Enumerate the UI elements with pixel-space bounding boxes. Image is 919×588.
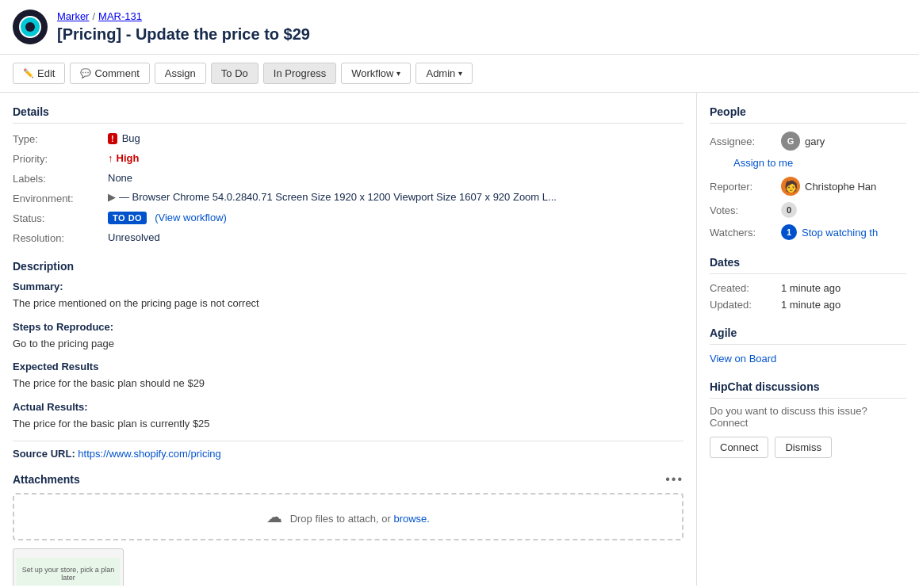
source-subsection: Source URL: https://www.shopify.com/pric… [13,448,684,460]
env-expand-icon[interactable]: ▶ [108,191,116,203]
agile-section: Agile View on Board [710,326,906,365]
page-header: Marker / MAR-131 [Pricing] - Update the … [0,0,919,55]
hipchat-text: Do you want to discuss this issue? Conne… [710,405,906,429]
assign-to-me-link[interactable]: Assign to me [733,157,906,169]
attachments-more-button[interactable]: ••• [665,472,684,487]
priority-text: High [108,152,139,164]
in-progress-button[interactable]: In Progress [263,63,336,84]
votes-value: 0 [781,202,906,218]
actual-text: The price for the basic plan is currentl… [13,416,684,432]
attachments-header: Attachments ••• [13,472,684,487]
status-badge: TO DO [108,212,147,224]
environment-text: — Browser Chrome 54.0.2840.71 Screen Siz… [119,191,557,203]
updated-label: Updated: [710,299,781,311]
type-label: Type: [13,132,108,145]
stop-watching-link[interactable]: Stop watching th [802,227,878,239]
environment-label: Environment: [13,191,108,204]
created-value: 1 minute ago [781,282,906,294]
view-workflow-link[interactable]: (View workflow) [155,212,227,223]
votes-label: Votes: [710,204,781,216]
priority-value: High [108,151,684,165]
source-label: Source URL: [13,448,75,460]
todo-button[interactable]: To Do [211,63,258,84]
hipchat-title: HipChat discussions [710,380,906,399]
people-title: People [710,105,906,124]
right-sidebar: People Assignee: G gary Assign to me Rep… [697,93,919,586]
priority-label: Priority: [13,151,108,165]
status-value: TO DO (View workflow) [108,211,684,224]
actual-subsection: Actual Results: The price for the basic … [13,401,684,432]
details-title: Details [13,105,684,124]
workflow-button[interactable]: Workflow [341,63,411,84]
breadcrumb-project[interactable]: Marker [57,10,89,22]
watchers-row: Watchers: 1 Stop watching th [710,224,906,240]
type-value: ! Bug [108,132,684,145]
description-section: Description Summary: The price mentioned… [13,260,684,460]
drop-text: Drop files to attach, or [290,513,394,525]
actual-label: Actual Results: [13,401,684,413]
assignee-avatar: G [781,132,800,151]
upload-icon: ☁ [266,508,282,525]
breadcrumb-issue-id[interactable]: MAR-131 [98,10,142,22]
people-section: People Assignee: G gary Assign to me Rep… [710,105,906,240]
reporter-row: Reporter: 🧑 Christophe Han [710,177,906,196]
thumb-content: Set up your store, pick a plan later Get… [13,555,123,586]
toolbar: Edit Comment Assign To Do In Progress Wo… [0,55,919,93]
main-content: Details Type: ! Bug Priority: High Label… [0,93,697,586]
comment-button[interactable]: Comment [70,63,149,84]
attachment-thumbnail[interactable]: Set up your store, pick a plan later Get… [13,548,124,586]
resolution-value: Unresolved [108,231,684,244]
labels-label: Labels: [13,171,108,185]
assignee-name: gary [805,136,825,147]
votes-row: Votes: 0 [710,202,906,218]
attachments-section: Attachments ••• ☁ Drop files to attach, … [13,472,684,586]
main-layout: Details Type: ! Bug Priority: High Label… [0,93,919,586]
status-label: Status: [13,211,108,224]
steps-subsection: Steps to Reproduce: Go to the pricing pa… [13,321,684,352]
app-logo [13,10,48,44]
watchers-value: 1 Stop watching th [781,224,906,240]
hipchat-section: HipChat discussions Do you want to discu… [710,380,906,458]
details-grid: Type: ! Bug Priority: High Labels: None … [13,132,684,244]
summary-label: Summary: [13,281,684,292]
browse-link[interactable]: browse. [393,513,430,525]
connect-button[interactable]: Connect [710,437,768,458]
dates-title: Dates [710,256,906,274]
summary-subsection: Summary: The price mentioned on the pric… [13,281,684,311]
dismiss-button[interactable]: Dismiss [775,437,832,458]
source-url-link[interactable]: https://www.shopify.com/pricing [78,448,220,460]
hipchat-buttons: Connect Dismiss [710,437,906,458]
updated-row: Updated: 1 minute ago [710,299,906,311]
view-board-link[interactable]: View on Board [710,353,776,365]
votes-badge: 0 [781,202,797,218]
steps-text: Go to the pricing page [13,336,684,352]
watchers-badge: 1 [781,224,797,240]
environment-value: ▶ — Browser Chrome 54.0.2840.71 Screen S… [108,191,684,204]
admin-button[interactable]: Admin [415,63,473,84]
type-text: Bug [122,132,140,144]
details-section: Details Type: ! Bug Priority: High Label… [13,105,684,244]
expected-label: Expected Results [13,361,684,372]
created-label: Created: [710,282,781,294]
created-row: Created: 1 minute ago [710,282,906,294]
labels-value: None [108,171,684,185]
updated-value: 1 minute ago [781,299,906,311]
dates-section: Dates Created: 1 minute ago Updated: 1 m… [710,256,906,311]
watchers-label: Watchers: [710,227,781,239]
bug-icon: ! [108,133,117,144]
summary-text: The price mentioned on the pricing page … [13,296,684,311]
assign-button[interactable]: Assign [155,63,206,84]
assignee-value: G gary [781,132,906,151]
assignee-label: Assignee: [710,136,781,147]
reporter-value: 🧑 Christophe Han [781,177,906,196]
resolution-label: Resolution: [13,231,108,244]
expected-subsection: Expected Results The price for the basic… [13,361,684,391]
assignee-row: Assignee: G gary [710,132,906,151]
drop-zone[interactable]: ☁ Drop files to attach, or browse. [13,493,684,540]
breadcrumb: Marker / MAR-131 [57,10,310,22]
edit-button[interactable]: Edit [13,63,65,84]
expected-text: The price for the basic plan should ne $… [13,376,684,391]
steps-label: Steps to Reproduce: [13,321,684,333]
agile-title: Agile [710,326,906,345]
attachments-title: Attachments [13,473,80,486]
